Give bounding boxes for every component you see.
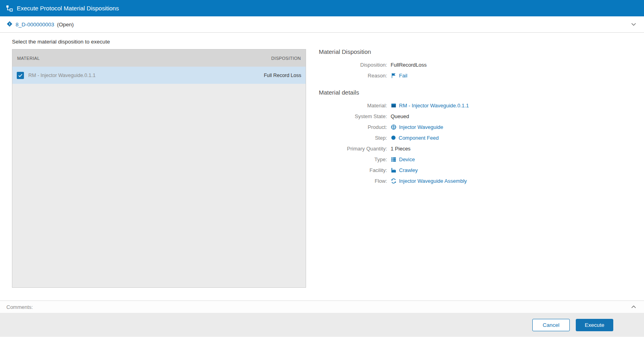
field-disposition: Disposition: FullRecordLoss [319,61,632,68]
table-header: MATERIAL DISPOSITION [12,49,306,67]
field-primary-quantity: Primary Quantity: 1 Pieces [319,145,632,152]
record-status: (Open) [57,22,74,28]
primary-quantity-value: 1 Pieces [391,146,411,152]
main-content: Select the material disposition to execu… [0,33,644,301]
material-icon [391,103,397,109]
chevron-down-icon[interactable] [630,20,638,28]
field-label: Primary Quantity: [319,146,391,152]
disposition-selection-pane: Select the material disposition to execu… [12,39,306,301]
table-row[interactable]: RM - Injector Waveguide.0.1.1 Full Recor… [12,67,306,84]
chevron-up-icon[interactable] [630,303,638,311]
type-link[interactable]: Device [399,156,415,162]
field-label: Facility: [319,167,391,173]
flow-link[interactable]: Injector Waveguide Assembly [399,178,467,184]
field-label: Material: [319,103,391,109]
step-icon [391,135,396,140]
dialog-titlebar: Execute Protocol Material Dispositions [0,0,644,16]
field-label: Reason: [319,73,391,79]
reason-link[interactable]: Fail [399,73,407,79]
product-icon [391,124,397,130]
material-table: MATERIAL DISPOSITION RM - Injector Waveg… [12,49,306,288]
device-icon [391,156,397,162]
material-link[interactable]: RM - Injector Waveguide.0.1.1 [399,103,469,109]
dialog-title: Execute Protocol Material Dispositions [17,5,119,12]
field-flow: Flow: Injector Waveguide Assembly [319,177,632,184]
section-title-material-disposition: Material Disposition [319,48,632,55]
product-link[interactable]: Injector Waveguide [399,124,443,130]
field-label: Flow: [319,178,391,184]
field-label: Type: [319,156,391,162]
field-label: System State: [319,113,391,119]
material-dispositions-icon [6,5,13,12]
field-type: Type: Device [319,156,632,163]
system-state-value: Queued [391,113,409,119]
selection-instruction: Select the material disposition to execu… [12,39,306,45]
record-bar: ! 8_D-000000003 (Open) [0,16,644,33]
field-system-state: System State: Queued [319,113,632,120]
dialog-footer: Cancel Execute [0,313,644,337]
facility-link[interactable]: Crawley [399,167,418,173]
field-label: Disposition: [319,62,391,68]
details-pane: Material Disposition Disposition: FullRe… [306,39,632,301]
row-disposition-label: Full Record Loss [264,73,301,78]
cancel-button[interactable]: Cancel [532,319,570,331]
comments-label: Comments: [6,304,33,310]
row-material-label: RM - Injector Waveguide.0.1.1 [28,73,259,78]
field-product: Product: Injector Waveguide [319,123,632,130]
bottom-strip [0,337,644,346]
protocol-alert-icon: ! [6,21,13,28]
section-gap [319,83,632,89]
field-material: Material: RM - Injector Waveguide.0.1.1 [319,102,632,109]
field-reason: Reason: Fail [319,72,632,79]
section-title-material-details: Material details [319,89,632,96]
field-facility: Facility: Crawley [319,166,632,174]
step-link[interactable]: Component Feed [399,135,439,141]
table-empty-area [12,84,306,287]
row-checkbox[interactable] [17,72,24,79]
comments-bar[interactable]: Comments: [0,301,644,313]
execute-button[interactable]: Execute [576,319,613,331]
svg-text:!: ! [9,22,10,26]
field-label: Step: [319,135,391,141]
record-link[interactable]: 8_D-000000003 [16,22,54,28]
column-header-material: MATERIAL [17,56,40,61]
field-value: FullRecordLoss [391,62,427,68]
field-label: Product: [319,124,391,130]
flow-icon [391,178,397,184]
flag-icon [391,73,397,79]
facility-icon [391,167,397,173]
field-step: Step: Component Feed [319,134,632,141]
column-header-disposition: DISPOSITION [271,56,301,61]
